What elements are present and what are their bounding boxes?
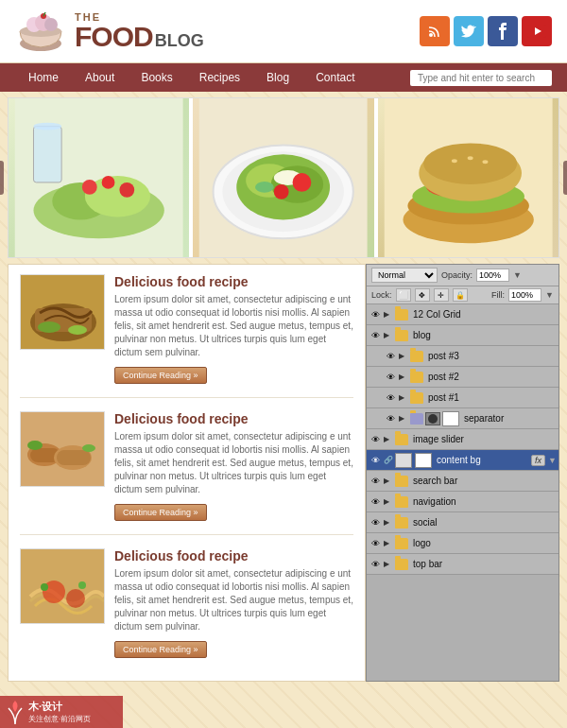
twitter-icon[interactable]: [454, 16, 484, 46]
slider-right-arrow[interactable]: ❯: [563, 161, 567, 195]
logo-text: THE FOODBLOG: [75, 12, 204, 51]
layer-thumb: [442, 411, 459, 426]
expand-arrow[interactable]: ▶: [384, 331, 393, 339]
expand-arrow[interactable]: ▶: [399, 373, 408, 381]
folder-icon: [395, 434, 408, 445]
layer-item[interactable]: 👁 ▶ navigation: [367, 492, 558, 512]
post-thumbnail: [20, 274, 105, 350]
layer-item[interactable]: 👁 ▶ post #2: [367, 367, 558, 388]
expand-arrow[interactable]: ▶: [384, 518, 393, 527]
read-more-button[interactable]: Continue Reading »: [114, 367, 207, 384]
layer-item[interactable]: 👁 ▶ top bar: [367, 554, 558, 575]
layer-name: blog: [410, 330, 431, 340]
layer-item[interactable]: 👁 ▶ post #1: [367, 388, 558, 408]
folder-icon: [410, 413, 423, 425]
watermark-text: 木·设计 关注创意·前沿网页: [28, 700, 91, 724]
folder-icon: [395, 330, 408, 341]
lock-all-btn[interactable]: 🔒: [453, 288, 468, 302]
expand-arrow[interactable]: ▶: [384, 560, 393, 568]
visibility-icon[interactable]: 👁: [369, 516, 382, 529]
folder-icon: [395, 559, 408, 570]
layers-panel: Normal Opacity: ▼ Lock: ⬜ ✥ ✛ 🔒 Fill: ▼ …: [366, 264, 559, 682]
search-input[interactable]: [410, 70, 552, 86]
visibility-icon[interactable]: 👁: [369, 433, 382, 446]
layer-item[interactable]: 👁 🔗 content bg fx ▼: [367, 450, 558, 471]
visibility-icon[interactable]: 👁: [369, 454, 382, 467]
lock-image-btn[interactable]: ✥: [415, 288, 430, 302]
visibility-icon[interactable]: 👁: [369, 308, 382, 321]
expand-arrow[interactable]: ▶: [399, 393, 408, 402]
visibility-icon[interactable]: 👁: [384, 350, 397, 363]
fill-input[interactable]: [508, 288, 541, 302]
nav-recipes[interactable]: Recipes: [186, 63, 253, 92]
visibility-icon[interactable]: 👁: [384, 412, 397, 425]
folder-icon: [395, 496, 408, 508]
read-more-button[interactable]: Continue Reading »: [114, 641, 207, 658]
watermark: 木·设计 关注创意·前沿网页: [0, 696, 123, 728]
lock-pixels-btn[interactable]: ⬜: [396, 288, 411, 302]
post-title: Delicious food recipe: [114, 548, 353, 563]
social-icons: [420, 16, 552, 46]
nav-home[interactable]: Home: [15, 63, 72, 92]
visibility-icon[interactable]: 👁: [384, 371, 397, 384]
nav-contact[interactable]: Contact: [302, 63, 368, 92]
expand-arrow[interactable]: ▶: [384, 435, 393, 443]
nav-about[interactable]: About: [72, 63, 128, 92]
visibility-icon[interactable]: 👁: [384, 391, 397, 405]
youtube-icon[interactable]: [522, 16, 552, 46]
nav-books[interactable]: Books: [128, 63, 185, 92]
post-text: Lorem ipsum dolor sit amet, consectetur …: [114, 430, 353, 496]
layer-name: post #3: [425, 351, 459, 361]
svg-point-53: [66, 589, 85, 608]
layer-item[interactable]: 👁 ▶ 12 Col Grid: [367, 304, 558, 325]
layer-item[interactable]: 👁 ▶ image slider: [367, 429, 558, 450]
post-text: Lorem ipsum dolor sit amet, consectetur …: [114, 293, 353, 359]
expand-arrow[interactable]: ▶: [384, 477, 393, 485]
visibility-icon[interactable]: 👁: [369, 537, 382, 550]
watermark-icon: [6, 701, 25, 724]
nav-blog[interactable]: Blog: [253, 63, 302, 92]
layer-item[interactable]: 👁 ▶ post #3: [367, 346, 558, 367]
layer-item[interactable]: 👁 ▶ search bar: [367, 471, 558, 492]
header: THE FOODBLOG: [0, 0, 567, 63]
opacity-label: Opacity:: [441, 270, 472, 280]
layer-item[interactable]: 👁 ▶ separator: [367, 408, 558, 429]
lock-position-btn[interactable]: ✛: [434, 288, 449, 302]
visibility-icon[interactable]: 👁: [369, 475, 382, 488]
expand-arrow[interactable]: ▶: [384, 310, 393, 319]
link-icon: 🔗: [384, 456, 393, 464]
visibility-icon[interactable]: 👁: [369, 329, 382, 342]
opacity-input[interactable]: [476, 269, 509, 282]
layer-item[interactable]: 👁 ▶ logo: [367, 533, 558, 554]
slider-left-arrow[interactable]: ❮: [0, 161, 4, 195]
fx-badge: fx: [531, 455, 545, 466]
svg-point-18: [119, 182, 134, 198]
rss-icon[interactable]: [420, 16, 450, 46]
layer-item[interactable]: 👁 ▶ blog: [367, 325, 558, 346]
expand-arrow[interactable]: ▶: [384, 539, 393, 547]
slide-2: [193, 98, 373, 257]
fill-label: Fill:: [491, 290, 505, 300]
post-content: Delicious food recipe Lorem ipsum dolor …: [114, 411, 353, 521]
post-title: Delicious food recipe: [114, 411, 353, 426]
nav-items: Home About Books Recipes Blog Contact: [15, 63, 410, 92]
visibility-icon[interactable]: 👁: [369, 495, 382, 509]
folder-icon: [410, 372, 423, 383]
folder-icon: [395, 538, 408, 549]
layer-item[interactable]: 👁 ▶ social: [367, 512, 558, 533]
svg-point-49: [27, 441, 43, 450]
expand-arrow[interactable]: ▶: [384, 497, 393, 506]
folder-icon: [410, 351, 423, 362]
read-more-button[interactable]: Continue Reading »: [114, 504, 207, 521]
layer-name: top bar: [410, 559, 442, 569]
layer-name: 12 Col Grid: [410, 309, 461, 320]
layer-name: logo: [410, 538, 431, 548]
slide-1: [9, 98, 189, 257]
expand-arrow[interactable]: ▶: [399, 352, 408, 360]
post-content: Delicious food recipe Lorem ipsum dolor …: [114, 548, 353, 658]
blend-mode-select[interactable]: Normal: [371, 268, 438, 283]
slide-3: [378, 98, 558, 257]
visibility-icon[interactable]: 👁: [369, 558, 382, 571]
facebook-icon[interactable]: [488, 16, 518, 46]
expand-arrow[interactable]: ▶: [399, 414, 408, 423]
